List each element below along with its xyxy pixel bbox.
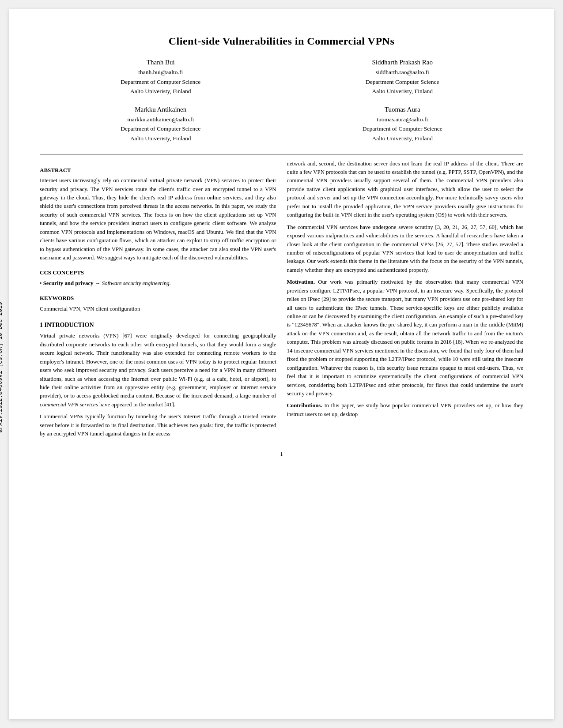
author-4-name: Tuomas Aura bbox=[282, 104, 524, 115]
author-3-dept: Department of Computer Science bbox=[40, 124, 282, 134]
author-3-email: markku.antikainen@aalto.fi bbox=[40, 115, 282, 124]
main-content: ABSTRACT Internet users increasingly rel… bbox=[40, 160, 523, 442]
author-2-univ: Aalto Univeristy, Finland bbox=[282, 86, 524, 96]
author-3-univ: Aalto Univeristy, Finland bbox=[40, 134, 282, 143]
author-2-dept: Department Computer Science bbox=[282, 77, 524, 87]
right-para-contributions: Contributions. In this paper, we study h… bbox=[287, 402, 524, 419]
content-divider bbox=[40, 154, 523, 154]
paper-title: Client-side Vulnerabilities in Commercia… bbox=[40, 35, 523, 47]
author-1-dept: Department of Computer Science bbox=[40, 77, 282, 87]
author-4: Tuomas Aura tuomas.aura@aalto.fi Departm… bbox=[282, 104, 524, 143]
keywords-heading: KEYWORDS bbox=[40, 294, 276, 303]
ccs-heading: CCS CONCEPTS bbox=[40, 268, 276, 277]
left-column: ABSTRACT Internet users increasingly rel… bbox=[40, 160, 276, 442]
author-2-name: Siddharth Prakash Rao bbox=[282, 57, 524, 68]
abstract-heading: ABSTRACT bbox=[40, 166, 276, 175]
author-3: Markku Antikainen markku.antikainen@aalt… bbox=[40, 104, 282, 143]
authors-row-1: Thanh Bui thanh.bui@aalto.fi Department … bbox=[40, 57, 523, 96]
page-number: 1 bbox=[40, 451, 523, 458]
ccs-bullet: • Security and privacy → Software securi… bbox=[40, 280, 171, 286]
author-1-name: Thanh Bui bbox=[40, 57, 282, 68]
right-para-2: The commercial VPN services have undergo… bbox=[287, 223, 524, 275]
author-1: Thanh Bui thanh.bui@aalto.fi Department … bbox=[40, 57, 282, 96]
author-3-name: Markku Antikainen bbox=[40, 104, 282, 115]
right-para-1: network and, second, the destination ser… bbox=[287, 160, 524, 220]
author-4-dept: Department of Computer Science bbox=[282, 124, 524, 134]
intro-heading: 1 INTRODUCTION bbox=[40, 320, 276, 330]
author-2: Siddharth Prakash Rao siddharth.rao@aalt… bbox=[282, 57, 524, 96]
author-4-univ: Aalto Univeristy, Finland bbox=[282, 134, 524, 143]
right-column: network and, second, the destination ser… bbox=[287, 160, 524, 442]
author-1-email: thanh.bui@aalto.fi bbox=[40, 68, 282, 77]
author-1-univ: Aalto Univeristy, Finland bbox=[40, 86, 282, 96]
intro-para-2: Commercial VPNs typically function by tu… bbox=[40, 413, 276, 438]
keywords-text: Commercial VPN, VPN client configuration bbox=[40, 305, 276, 313]
authors-row-2: Markku Antikainen markku.antikainen@aalt… bbox=[40, 104, 523, 143]
author-4-email: tuomas.aura@aalto.fi bbox=[282, 115, 524, 124]
paper-page: arXiv:1912.04669v1 [cs.CR] 10 Dec 2019 C… bbox=[9, 9, 554, 719]
author-2-email: siddharth.rao@aalto.fi bbox=[282, 68, 524, 77]
abstract-text: Internet users increasingly rely on comm… bbox=[40, 176, 276, 262]
right-para-motivation: Motivation. Our work was primarily motiv… bbox=[287, 278, 524, 398]
intro-para-1: Virtual private networks (VPN) [67] were… bbox=[40, 332, 276, 409]
ccs-text: • Security and privacy → Software securi… bbox=[40, 279, 276, 288]
arxiv-label: arXiv:1912.04669v1 [cs.CR] 10 Dec 2019 bbox=[0, 302, 4, 432]
